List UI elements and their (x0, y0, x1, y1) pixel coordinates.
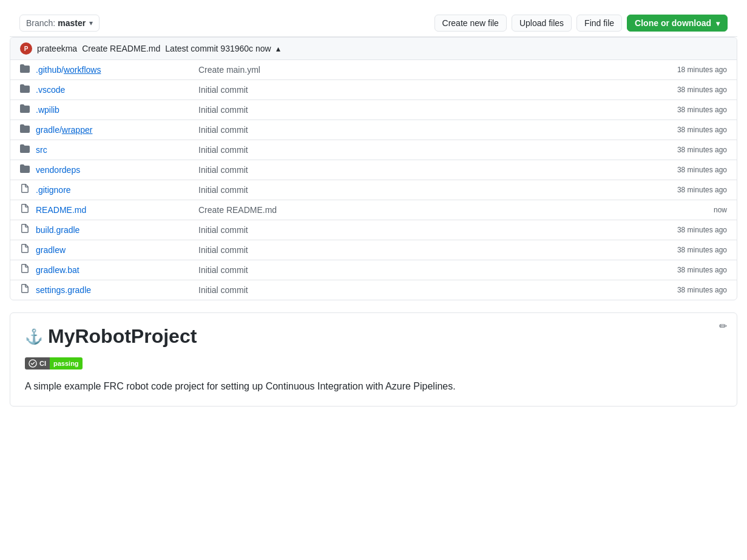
file-time: 38 minutes ago (648, 286, 727, 294)
toolbar-actions: Create new file Upload files Find file C… (434, 15, 728, 32)
file-name[interactable]: .wpilib (36, 105, 194, 115)
table-row: .gitignoreInitial commit38 minutes ago (10, 180, 737, 200)
clone-chevron-icon: ▾ (716, 19, 720, 28)
find-file-button[interactable]: Find file (576, 15, 622, 32)
commit-hash[interactable]: 931960c (220, 44, 253, 53)
readme-title-text: MyRobotProject (48, 325, 197, 348)
file-name[interactable]: build.gradle (36, 225, 194, 235)
file-time: 38 minutes ago (648, 186, 727, 194)
anchor-icon: ⚓ (25, 328, 43, 345)
ci-badge-right: passing (50, 357, 83, 369)
table-row: gradlewInitial commit38 minutes ago (10, 240, 737, 260)
ci-badge-left: CI (25, 357, 50, 369)
readme-title: ⚓ MyRobotProject (25, 325, 722, 348)
file-name[interactable]: src (36, 145, 194, 155)
avatar: P (20, 42, 32, 55)
readme-section: ✏ ⚓ MyRobotProject CI passing A simple e… (10, 312, 737, 407)
folder-icon (20, 124, 31, 136)
table-row: README.mdCreate README.mdnow (10, 200, 737, 220)
file-name[interactable]: .vscode (36, 85, 194, 95)
folder-icon (20, 64, 31, 76)
commit-header-row: P prateekma Create README.md Latest comm… (10, 38, 737, 60)
branch-selector[interactable]: Branch: master ▾ (19, 15, 100, 32)
table-row: .vscodeInitial commit38 minutes ago (10, 80, 737, 100)
upload-files-button[interactable]: Upload files (512, 15, 572, 32)
file-time: 38 minutes ago (648, 106, 727, 114)
file-time: 38 minutes ago (648, 226, 727, 234)
clone-or-download-button[interactable]: Clone or download ▾ (627, 15, 728, 32)
file-icon (20, 244, 31, 256)
toolbar: Branch: master ▾ Create new file Upload … (10, 10, 737, 37)
table-row: srcInitial commit38 minutes ago (10, 140, 737, 160)
file-commit-message: Initial commit (198, 165, 643, 175)
table-row: gradlew.batInitial commit38 minutes ago (10, 260, 737, 280)
file-name[interactable]: gradlew.bat (36, 265, 194, 275)
edit-readme-icon[interactable]: ✏ (719, 320, 727, 332)
file-time: 38 minutes ago (648, 246, 727, 254)
file-icon (20, 224, 31, 236)
file-name[interactable]: gradlew (36, 245, 194, 255)
file-table-container: P prateekma Create README.md Latest comm… (10, 37, 737, 300)
file-commit-message: Initial commit (198, 225, 643, 235)
file-commit-message: Initial commit (198, 105, 643, 115)
file-time: 38 minutes ago (648, 166, 727, 174)
file-name-link[interactable]: wrapper (62, 125, 93, 135)
file-icon (20, 204, 31, 216)
ci-badge[interactable]: CI passing (25, 357, 83, 369)
file-commit-message: Create main.yml (198, 65, 643, 75)
file-time: now (648, 206, 727, 214)
file-name-link[interactable]: workflows (64, 65, 101, 75)
file-name[interactable]: settings.gradle (36, 285, 194, 295)
file-icon (20, 184, 31, 196)
file-name[interactable]: README.md (36, 205, 194, 215)
create-new-file-button[interactable]: Create new file (434, 15, 507, 32)
table-row: vendordepsInitial commit38 minutes ago (10, 160, 737, 180)
file-time: 38 minutes ago (648, 126, 727, 134)
table-row: gradle/wrapperInitial commit38 minutes a… (10, 120, 737, 140)
commit-time: now (255, 44, 271, 53)
folder-icon (20, 144, 31, 156)
table-row: settings.gradleInitial commit38 minutes … (10, 280, 737, 300)
commit-message: Create README.md (82, 44, 160, 53)
file-name[interactable]: gradle/wrapper (36, 125, 194, 135)
file-commit-message: Initial commit (198, 145, 643, 155)
file-commit-message: Initial commit (198, 185, 643, 195)
ci-status: passing (53, 360, 79, 367)
expand-icon[interactable]: ▴ (276, 44, 280, 53)
branch-name: master (58, 18, 86, 28)
file-commit-message: Create README.md (198, 205, 643, 215)
file-time: 38 minutes ago (648, 86, 727, 94)
file-rows-container: .github/workflowsCreate main.yml18 minut… (10, 60, 737, 300)
readme-description: A simple example FRC robot code project … (25, 379, 722, 394)
branch-chevron-icon: ▾ (89, 19, 93, 27)
latest-commit-label: Latest commit (165, 44, 218, 53)
table-row: .wpilibInitial commit38 minutes ago (10, 100, 737, 120)
latest-commit-info: Latest commit 931960c now (165, 44, 271, 53)
folder-icon (20, 164, 31, 176)
clone-label: Clone or download (635, 18, 711, 28)
table-row: build.gradleInitial commit38 minutes ago (10, 220, 737, 240)
file-name[interactable]: .gitignore (36, 185, 194, 195)
folder-icon (20, 104, 31, 116)
ci-logo-icon (29, 359, 37, 368)
file-name[interactable]: vendordeps (36, 165, 194, 175)
ci-label: CI (39, 360, 46, 367)
file-commit-message: Initial commit (198, 245, 643, 255)
file-commit-message: Initial commit (198, 85, 643, 95)
file-time: 38 minutes ago (648, 266, 727, 274)
file-icon (20, 284, 31, 296)
file-icon (20, 264, 31, 276)
folder-icon (20, 84, 31, 96)
file-commit-message: Initial commit (198, 125, 643, 135)
branch-label: Branch: (26, 18, 55, 28)
file-time: 18 minutes ago (648, 66, 727, 74)
committer-name[interactable]: prateekma (37, 44, 77, 53)
file-commit-message: Initial commit (198, 265, 643, 275)
file-name[interactable]: .github/workflows (36, 65, 194, 75)
file-commit-message: Initial commit (198, 285, 643, 295)
file-time: 38 minutes ago (648, 146, 727, 154)
table-row: .github/workflowsCreate main.yml18 minut… (10, 60, 737, 80)
